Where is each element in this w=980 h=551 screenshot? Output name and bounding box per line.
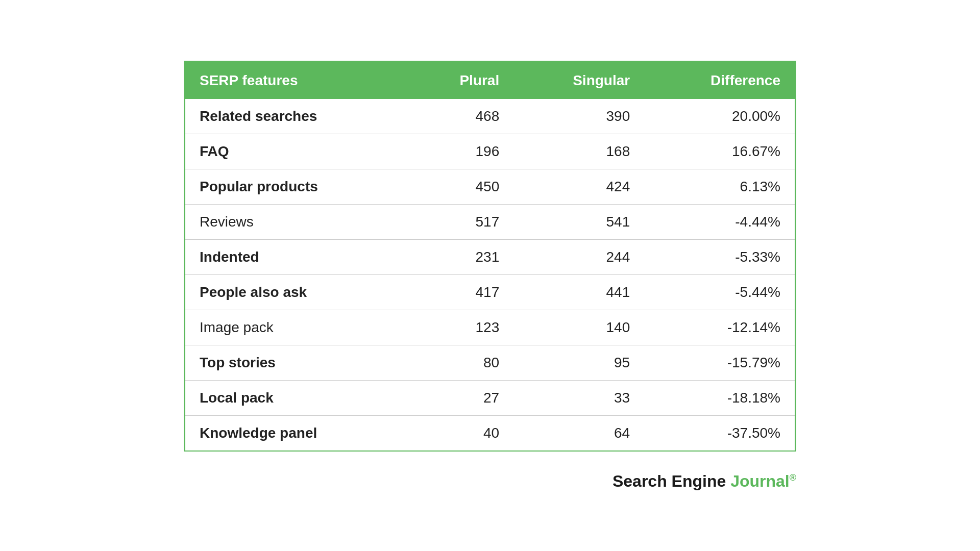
cell-difference: -37.50%: [644, 415, 795, 451]
table-row: People also ask417441-5.44%: [185, 274, 796, 310]
cell-feature: FAQ: [185, 134, 410, 169]
cell-feature: Image pack: [185, 310, 410, 345]
cell-difference: -12.14%: [644, 310, 795, 345]
table-row: Related searches46839020.00%: [185, 99, 796, 134]
brand-footer: Search Engine Journal®: [184, 472, 796, 491]
cell-singular: 244: [513, 239, 644, 274]
header-plural: Plural: [409, 61, 513, 99]
table-row: Indented231244-5.33%: [185, 239, 796, 274]
cell-difference: -5.44%: [644, 274, 795, 310]
cell-difference: 16.67%: [644, 134, 795, 169]
cell-plural: 80: [409, 345, 513, 380]
cell-plural: 40: [409, 415, 513, 451]
cell-difference: -18.18%: [644, 380, 795, 415]
table-row: Popular products4504246.13%: [185, 169, 796, 204]
cell-plural: 196: [409, 134, 513, 169]
cell-feature: Related searches: [185, 99, 410, 134]
table-row: Image pack123140-12.14%: [185, 310, 796, 345]
cell-singular: 390: [513, 99, 644, 134]
cell-feature: Popular products: [185, 169, 410, 204]
table-row: Knowledge panel4064-37.50%: [185, 415, 796, 451]
cell-singular: 64: [513, 415, 644, 451]
cell-feature: Reviews: [185, 204, 410, 239]
content-wrapper: SERP features Plural Singular Difference…: [184, 61, 796, 491]
cell-plural: 417: [409, 274, 513, 310]
cell-singular: 424: [513, 169, 644, 204]
cell-singular: 33: [513, 380, 644, 415]
table-row: FAQ19616816.67%: [185, 134, 796, 169]
cell-difference: -4.44%: [644, 204, 795, 239]
table-row: Local pack2733-18.18%: [185, 380, 796, 415]
cell-plural: 468: [409, 99, 513, 134]
cell-plural: 27: [409, 380, 513, 415]
brand-registered: ®: [790, 472, 796, 483]
cell-singular: 541: [513, 204, 644, 239]
header-difference: Difference: [644, 61, 795, 99]
cell-plural: 517: [409, 204, 513, 239]
cell-feature: People also ask: [185, 274, 410, 310]
cell-plural: 123: [409, 310, 513, 345]
cell-difference: -5.33%: [644, 239, 795, 274]
cell-difference: -15.79%: [644, 345, 795, 380]
table-header-row: SERP features Plural Singular Difference: [185, 61, 796, 99]
header-serp-features: SERP features: [185, 61, 410, 99]
brand-name: Search Engine Journal®: [612, 472, 796, 491]
brand-search-engine: Search Engine: [612, 472, 726, 490]
cell-feature: Knowledge panel: [185, 415, 410, 451]
brand-journal: Journal®: [730, 472, 796, 490]
cell-feature: Indented: [185, 239, 410, 274]
table-row: Reviews517541-4.44%: [185, 204, 796, 239]
cell-feature: Local pack: [185, 380, 410, 415]
serp-table: SERP features Plural Singular Difference…: [184, 61, 796, 452]
cell-feature: Top stories: [185, 345, 410, 380]
cell-singular: 441: [513, 274, 644, 310]
cell-singular: 168: [513, 134, 644, 169]
cell-difference: 20.00%: [644, 99, 795, 134]
table-row: Top stories8095-15.79%: [185, 345, 796, 380]
cell-plural: 450: [409, 169, 513, 204]
cell-singular: 95: [513, 345, 644, 380]
cell-singular: 140: [513, 310, 644, 345]
cell-difference: 6.13%: [644, 169, 795, 204]
header-singular: Singular: [513, 61, 644, 99]
cell-plural: 231: [409, 239, 513, 274]
